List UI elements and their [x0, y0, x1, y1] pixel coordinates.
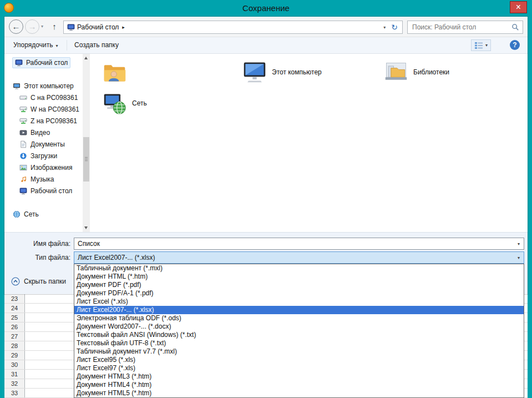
sidebar-item-pictures[interactable]: Изображения — [17, 162, 75, 173]
file-item-network[interactable]: Сеть — [103, 91, 147, 115]
forward-arrow-icon: → — [28, 22, 37, 31]
file-type-option[interactable]: Документ PDF (*.pdf) — [74, 281, 524, 289]
sidebar-item-desktop[interactable]: Рабочий стол — [12, 57, 70, 68]
refresh-button[interactable]: ↻ — [390, 23, 402, 32]
file-type-option[interactable]: Документ HTML3 (*.htm) — [74, 372, 524, 381]
sidebar-item-desktop-child[interactable]: Рабочий стол — [17, 185, 75, 197]
sidebar-item-label: W на PC098361 — [31, 105, 79, 113]
sidebar-item-music[interactable]: Музыка — [17, 174, 57, 185]
sidebar-item-downloads[interactable]: Загрузки — [17, 150, 60, 162]
file-name-combobox[interactable]: ▾ — [74, 238, 524, 250]
sidebar-item-label: C на PC098361 — [31, 94, 78, 102]
hide-folders-label: Скрыть папки — [24, 278, 66, 285]
row-number: 24 — [4, 304, 25, 313]
music-icon — [19, 175, 27, 183]
file-item-this-pc[interactable]: Этот компьютер — [242, 60, 322, 84]
sidebar-item-label: Загрузки — [31, 152, 57, 160]
file-type-option[interactable]: Документ HTML4 (*.htm) — [74, 381, 524, 389]
up-arrow-icon: ↑ — [52, 22, 57, 31]
close-button[interactable]: × — [510, 1, 527, 13]
sidebar-item-documents[interactable]: Документы — [17, 139, 68, 150]
scrollbar-grip — [85, 159, 88, 159]
sidebar-item-label: Сеть — [24, 210, 39, 218]
row-number: 31 — [4, 370, 25, 379]
address-dropdown-button[interactable]: ▾ — [379, 25, 390, 30]
help-icon: ? — [513, 41, 516, 49]
change-view-button[interactable]: ▾ — [471, 39, 491, 51]
file-type-option[interactable]: Документ HTML5 (*.htm) — [74, 389, 524, 397]
organize-label: Упорядочить — [13, 41, 53, 49]
desktop-icon — [19, 187, 27, 195]
breadcrumb-arrow-icon[interactable]: ▸ — [122, 24, 125, 30]
hide-folders-button[interactable]: Скрыть папки — [9, 275, 68, 288]
chevron-down-icon[interactable]: ▾ — [514, 241, 524, 246]
file-name-input[interactable] — [74, 240, 514, 248]
row-number: 32 — [4, 379, 25, 388]
file-type-option-selected[interactable]: Лист Excel2007-... (*.xlsx) — [74, 306, 524, 314]
sidebar-item-label: Видео — [31, 129, 50, 137]
file-type-option[interactable]: Лист Excel97 (*.xls) — [74, 364, 524, 372]
scroll-down-arrow[interactable] — [84, 226, 88, 229]
file-item-user-folder[interactable] — [103, 60, 132, 84]
search-box[interactable] — [407, 21, 523, 34]
network-globe-icon — [13, 210, 21, 218]
close-icon: × — [516, 2, 521, 12]
file-type-option[interactable]: Лист Excel (*.xls) — [74, 298, 524, 306]
recent-locations-button[interactable]: ▾ — [41, 24, 43, 29]
file-type-option[interactable]: Текстовый файл UTF-8 (*.txt) — [74, 339, 524, 347]
sidebar-item-video[interactable]: Видео — [17, 127, 53, 138]
sidebar-scrollbar[interactable] — [83, 54, 90, 232]
scrollbar-thumb[interactable] — [83, 137, 89, 182]
address-bar[interactable]: Рабочий стол ▸ ▾ ↻ — [63, 21, 403, 34]
disk-icon — [19, 94, 27, 102]
sidebar-item-label: Документы — [31, 140, 65, 148]
user-folder-icon — [103, 60, 127, 84]
sidebar-item-network[interactable]: Сеть — [10, 209, 42, 220]
sidebar-item-label: Изображения — [31, 164, 72, 172]
network-disk-icon — [19, 105, 27, 113]
help-button[interactable]: ? — [510, 40, 520, 50]
breadcrumb-root[interactable]: Рабочий стол — [77, 23, 122, 31]
computer-icon — [13, 82, 21, 90]
file-type-combobox[interactable]: Лист Excel2007-... (*.xlsx) ▾ — [74, 251, 524, 264]
window-title: Сохранение — [0, 3, 532, 13]
sidebar-item-label: Рабочий стол — [26, 59, 68, 67]
file-type-option[interactable]: Текстовый файл ANSI (Windows) (*.txt) — [74, 331, 524, 339]
organize-button[interactable]: Упорядочить▾ — [9, 37, 62, 53]
file-type-option[interactable]: Документ HTML (*.htm) — [74, 273, 524, 281]
up-button[interactable]: ↑ — [48, 21, 61, 33]
file-name-label: Имя файла: — [4, 239, 70, 248]
browse-area: Рабочий стол Этот компьютер C на PC09836… — [4, 54, 528, 232]
dialog-toolbar: Упорядочить▾ Создать папку ▾ ? — [4, 37, 528, 54]
row-number: 30 — [4, 360, 25, 369]
views-icon — [474, 41, 483, 50]
search-input[interactable] — [408, 23, 511, 31]
file-type-value: Лист Excel2007-... (*.xlsx) — [74, 254, 514, 261]
sidebar-item-this-pc[interactable]: Этот компьютер — [10, 80, 77, 92]
sidebar-item-drive-w[interactable]: W на PC098361 — [17, 104, 82, 115]
computer-big-icon — [242, 60, 267, 84]
video-icon — [19, 129, 27, 137]
file-type-option[interactable]: Документ PDF/A-1 (*.pdf) — [74, 289, 524, 298]
file-type-option[interactable]: Табличный документ v7.7 (*.mxl) — [74, 347, 524, 356]
sidebar-item-drive-c[interactable]: C на PC098361 — [17, 92, 80, 103]
file-type-option[interactable]: Электронная таблица ODF (*.ods) — [74, 314, 524, 323]
file-item-libraries[interactable]: Библиотеки — [384, 60, 449, 84]
file-type-option[interactable]: Табличный документ (*.mxl) — [74, 264, 524, 273]
search-icon[interactable] — [511, 23, 519, 31]
chevron-down-icon[interactable]: ▾ — [514, 255, 524, 260]
file-type-dropdown-list: Табличный документ (*.mxl) Документ HTML… — [74, 264, 524, 398]
row-number: 28 — [4, 341, 25, 350]
forward-button[interactable]: → — [25, 19, 39, 34]
file-type-option[interactable]: Лист Excel95 (*.xls) — [74, 356, 524, 364]
file-item-label: Библиотеки — [413, 68, 449, 76]
desktop-icon — [67, 23, 75, 31]
sidebar-item-drive-z[interactable]: Z на PC098361 — [17, 115, 80, 127]
sidebar-item-label: Рабочий стол — [31, 187, 72, 195]
file-type-option[interactable]: Документ Word2007-... (*.docx) — [74, 323, 524, 331]
navigation-bar: ← → ▾ ↑ Рабочий стол ▸ ▾ ↻ — [4, 17, 528, 37]
back-button[interactable]: ← — [9, 19, 23, 34]
scroll-up-arrow[interactable] — [84, 57, 88, 59]
new-folder-button[interactable]: Создать папку — [70, 37, 123, 53]
hide-folders-icon — [11, 277, 20, 286]
